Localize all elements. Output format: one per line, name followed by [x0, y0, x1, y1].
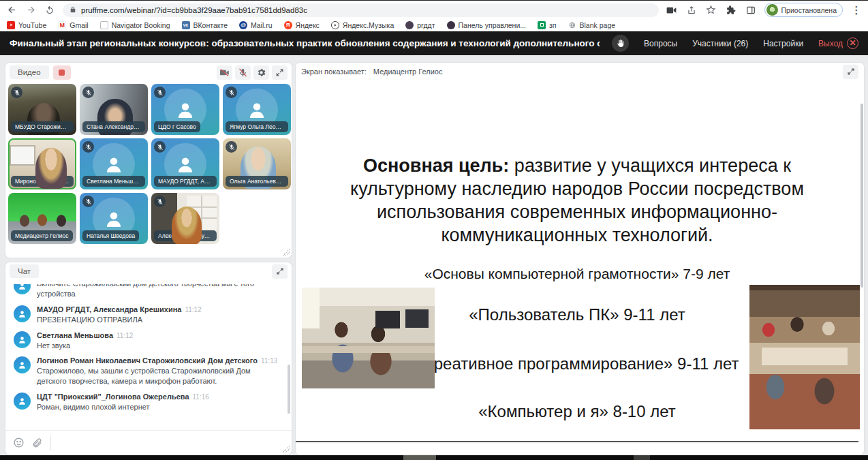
participant-name: ЦДО г Сасово: [154, 121, 200, 132]
bookmark-label: Яндекс.Музыка: [343, 21, 394, 29]
video-tile[interactable]: Медиацентр Гелиос: [8, 193, 76, 244]
video-tile[interactable]: Ягмур Ольга Леонид...: [223, 84, 291, 135]
chat-author: Светлана Меньшова: [37, 331, 113, 339]
video-grid: МБУДО Старожиловс...Стана Александровн..…: [8, 84, 289, 244]
bookmark-label: ВКонтакте: [193, 21, 228, 29]
chat-message: ЦДТ "Приокский"_Логинова Ожерельева11:16…: [14, 393, 281, 412]
chat-timestamp: 11:12: [117, 332, 133, 339]
mic-muted-icon: [154, 87, 166, 98]
bookmark-item[interactable]: ргддт: [405, 21, 435, 29]
screen-share-label: Экран показывает:: [301, 67, 367, 76]
bookmark-item[interactable]: MGmail: [58, 21, 88, 29]
chat-author: Логинов Роман Николаевич Старожиловский …: [37, 356, 258, 365]
mic-off-button[interactable]: [235, 65, 251, 80]
video-panel: Видео МБУДО Старожиловс...Стана Александ…: [5, 63, 292, 258]
participant-name: Александра Бакулин...: [154, 230, 217, 241]
record-button[interactable]: [53, 65, 71, 80]
emoji-icon[interactable]: [12, 437, 25, 449]
participant-name: Светлана Меньшова: [82, 176, 145, 187]
chat-message-input[interactable]: [58, 431, 285, 455]
video-tile[interactable]: Светлана Меньшова: [80, 138, 148, 189]
bookmark-label: Gmail: [69, 21, 88, 29]
video-tile[interactable]: Стана Александровн...: [80, 84, 148, 135]
taskbar-segment: [403, 455, 436, 460]
screen-share-scrollbar[interactable]: [861, 104, 863, 288]
video-tile[interactable]: Наталья Шведова: [80, 193, 148, 244]
menu-questions[interactable]: Вопросы: [644, 39, 677, 48]
slide-line-2: «Пользователь ПК» 9-11 лет: [469, 305, 685, 324]
menu-settings[interactable]: Настройки: [763, 39, 803, 48]
chat-message: Светлана Меньшова11:12Нет звука: [14, 331, 281, 351]
site-icon: [447, 21, 455, 29]
record-square-icon: [59, 70, 65, 76]
bookmark-item[interactable]: зп: [538, 21, 557, 29]
slide-title: Основная цель: развитие у учащихся интер…: [345, 154, 809, 247]
video-resize-handle[interactable]: [283, 249, 290, 256]
expand-screen-icon[interactable]: [843, 65, 858, 79]
settings-gear-icon[interactable]: [253, 65, 269, 80]
expand-video-icon[interactable]: [272, 65, 288, 80]
chat-text: Включите Старожиловский дом детского тво…: [37, 284, 281, 299]
bookmark-item[interactable]: Blank page: [568, 21, 616, 29]
menu-dots-icon[interactable]: ⋮: [850, 4, 863, 16]
expand-chat-icon[interactable]: [272, 264, 288, 279]
bookmark-item[interactable]: ЯЯндекс: [284, 21, 320, 29]
chat-author: МАУДО РГДДТ, Александра Крешихина: [37, 305, 181, 313]
chat-scrollbar[interactable]: [288, 365, 290, 414]
profile-pill[interactable]: Приостановлена: [764, 3, 843, 17]
chat-message-list[interactable]: Включите Старожиловский дом детского тво…: [5, 284, 288, 417]
menu-participants[interactable]: Участники (26): [692, 39, 748, 48]
camera-indicator-icon[interactable]: [666, 4, 678, 16]
bookmark-item[interactable]: Яндекс.Музыка: [331, 21, 394, 29]
participant-name: МАУДО РГДДТ, Алекс...: [154, 176, 217, 187]
chat-text: Нет звука: [37, 341, 281, 351]
reload-icon[interactable]: [44, 4, 56, 16]
webinar-title: Финальный этап региональных конкурсов: о…: [10, 38, 600, 48]
bookmark-item[interactable]: YouTube: [7, 21, 46, 29]
exit-label: Выход: [818, 39, 843, 48]
extensions-icon[interactable]: [725, 4, 737, 16]
chat-avatar-icon: [14, 305, 31, 322]
video-tile[interactable]: Ольга Анатольевна Х...: [223, 138, 291, 189]
share-icon[interactable]: [685, 4, 698, 16]
video-tile[interactable]: Александра Бакулин...: [151, 193, 219, 244]
slide-photo-classroom: [302, 288, 435, 388]
chat-text: Роман, видимо плохой интернет: [37, 402, 281, 412]
bookmark-item[interactable]: @Mail.ru: [239, 21, 273, 29]
url-text: pruffme.com/webinar/?id=cb9bba3f29aae7ba…: [81, 6, 307, 14]
chat-resize-handle[interactable]: [283, 446, 290, 453]
youtube-icon: [7, 21, 15, 29]
chat-tab-button[interactable]: Чат: [10, 264, 39, 278]
bookmark-item[interactable]: Панель управлени...: [447, 21, 527, 29]
video-tile[interactable]: ЦДО г Сасово: [151, 84, 219, 135]
webinar-header: Финальный этап региональных конкурсов: о…: [0, 31, 868, 55]
raise-hand-button[interactable]: [612, 35, 629, 52]
chat-timestamp: 11:13: [261, 357, 277, 365]
attach-icon[interactable]: [31, 437, 44, 449]
video-tile[interactable]: Миронова Нина Викт...: [8, 138, 76, 189]
video-tab-button[interactable]: Видео: [10, 65, 49, 79]
camera-off-button[interactable]: [217, 65, 232, 80]
mic-muted-icon: [82, 141, 94, 153]
bookmark-item[interactable]: VKВКонтакте: [182, 21, 228, 29]
video-tile[interactable]: МАУДО РГДДТ, Алекс...: [151, 138, 219, 189]
bookmark-item[interactable]: Navigator Booking: [100, 21, 170, 29]
bookmark-star-icon[interactable]: [705, 4, 717, 16]
browser-toolbar: pruffme.com/webinar/?id=cb9bba3f29aae7ba…: [0, 0, 868, 19]
slide-bottom-rule: [296, 441, 858, 442]
gmail-icon: M: [58, 21, 66, 29]
chat-avatar-icon: [14, 331, 31, 348]
mic-muted-icon: [82, 196, 94, 207]
side-panel-icon[interactable]: [745, 4, 757, 16]
globe-icon: [568, 21, 576, 29]
play-icon: [331, 21, 339, 29]
back-icon[interactable]: [5, 4, 18, 16]
chat-message: Включите Старожиловский дом детского тво…: [14, 284, 281, 299]
video-tile[interactable]: МБУДО Старожиловс...: [8, 84, 76, 135]
forward-icon[interactable]: [25, 4, 37, 16]
mic-muted-icon: [154, 196, 166, 207]
url-bar[interactable]: pruffme.com/webinar/?id=cb9bba3f29aae7ba…: [63, 3, 659, 17]
exit-button[interactable]: Выход ✕: [818, 37, 858, 49]
slide-line-4: «Компьютер и я» 8-10 лет: [478, 402, 676, 421]
chat-timestamp: 11:16: [193, 393, 209, 401]
